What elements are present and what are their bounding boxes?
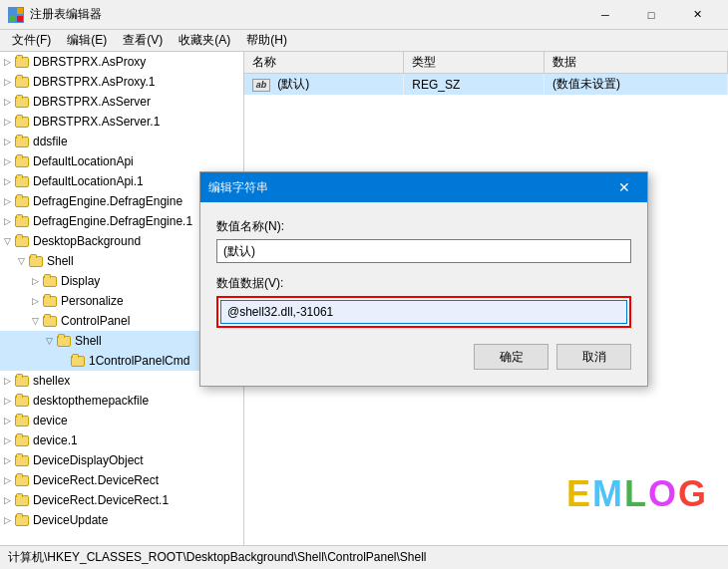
dialog-body: 数值名称(N): 数值数据(V): 确定 取消	[200, 202, 647, 386]
expand-icon: ▷	[0, 414, 14, 427]
tree-item-deviceupdate[interactable]: ▷ DeviceUpdate	[0, 510, 243, 530]
cell-name: ab (默认)	[244, 74, 404, 96]
expand-icon: ▽	[28, 314, 42, 328]
cell-data: (数值未设置)	[545, 74, 728, 96]
folder-icon	[14, 115, 30, 129]
expand-icon: ▷	[0, 194, 14, 208]
menu-help[interactable]: 帮助(H)	[238, 30, 295, 51]
tree-item-defaultlocationapi[interactable]: ▷ DefaultLocationApi	[0, 151, 243, 171]
menu-bar: 文件(F) 编辑(E) 查看(V) 收藏夹(A) 帮助(H)	[0, 30, 728, 52]
tree-item-dbrstprx-asproxy[interactable]: ▷ DBRSTPRX.AsProxy	[0, 52, 243, 72]
title-bar: 注册表编辑器 ─ □ ✕	[0, 0, 728, 30]
main-content: ▷ DBRSTPRX.AsProxy ▷ DBRSTPRX.AsProxy.1 …	[0, 52, 728, 545]
maximize-button[interactable]: □	[628, 0, 674, 30]
tree-item-devicerect[interactable]: ▷ DeviceRect.DeviceRect	[0, 470, 243, 490]
tree-item-devicedisplayobject[interactable]: ▷ DeviceDisplayObject	[0, 450, 243, 470]
name-label: 数值名称(N):	[216, 218, 631, 235]
folder-icon	[14, 194, 30, 208]
tree-item-desktopthemepackfile[interactable]: ▷ desktopthemepackfile	[0, 391, 243, 411]
expand-icon: ▷	[0, 115, 14, 129]
cell-type: REG_SZ	[404, 74, 545, 96]
menu-file[interactable]: 文件(F)	[4, 30, 59, 51]
emlog-o: O	[648, 473, 678, 514]
tree-item-devicerect1[interactable]: ▷ DeviceRect.DeviceRect.1	[0, 490, 243, 510]
app-icon	[8, 7, 24, 23]
svg-rect-0	[9, 8, 15, 14]
expand-icon: ▽	[42, 334, 56, 348]
folder-icon	[14, 55, 30, 69]
cancel-button[interactable]: 取消	[556, 344, 631, 370]
expand-icon: ▽	[0, 234, 14, 248]
tree-item-dbrstprx-asproxy1[interactable]: ▷ DBRSTPRX.AsProxy.1	[0, 72, 243, 92]
value-input-wrapper	[216, 296, 631, 328]
menu-edit[interactable]: 编辑(E)	[59, 30, 115, 51]
svg-rect-2	[9, 16, 15, 22]
name-input[interactable]	[216, 239, 631, 263]
expand-icon: ▷	[0, 433, 14, 447]
folder-icon	[14, 214, 30, 228]
tree-item-device[interactable]: ▷ device	[0, 411, 243, 430]
expand-icon: ▷	[0, 174, 14, 188]
expand-icon: ▷	[0, 513, 14, 527]
col-name: 名称	[244, 52, 404, 74]
table-row[interactable]: ab (默认) REG_SZ (数值未设置)	[244, 74, 728, 96]
folder-icon	[14, 95, 30, 109]
emlog-m: M	[592, 473, 624, 514]
tree-item-dbrstprx-asserver[interactable]: ▷ DBRSTPRX.AsServer	[0, 92, 243, 112]
col-data: 数据	[545, 52, 728, 74]
expand-icon: ▷	[0, 473, 14, 487]
svg-rect-3	[17, 16, 23, 22]
dialog-buttons: 确定 取消	[216, 344, 631, 370]
menu-view[interactable]: 查看(V)	[115, 30, 171, 51]
status-bar: 计算机\HKEY_CLASSES_ROOT\DesktopBackground\…	[0, 545, 728, 569]
expand-icon: ▷	[0, 493, 14, 507]
expand-icon: ▷	[0, 374, 14, 388]
folder-icon	[14, 154, 30, 168]
expand-icon: ▷	[28, 274, 42, 288]
expand-icon: ▷	[0, 394, 14, 408]
folder-icon	[14, 433, 30, 447]
folder-icon	[14, 453, 30, 467]
tree-item-dbrstprx-asserver1[interactable]: ▷ DBRSTPRX.AsServer.1	[0, 112, 243, 132]
folder-icon	[14, 75, 30, 89]
emlog-e: E	[566, 473, 592, 514]
expand-icon: ▷	[28, 294, 42, 308]
tree-item-device1[interactable]: ▷ device.1	[0, 430, 243, 450]
expand-icon: ▷	[0, 135, 14, 148]
data-label: 数值数据(V):	[216, 275, 631, 292]
folder-icon	[14, 414, 30, 427]
folder-icon	[56, 334, 72, 348]
folder-icon	[14, 374, 30, 388]
value-input[interactable]	[220, 300, 627, 324]
menu-favorites[interactable]: 收藏夹(A)	[171, 30, 238, 51]
edit-string-dialog: 编辑字符串 ✕ 数值名称(N): 数值数据(V): 确定 取消	[199, 171, 648, 387]
folder-icon	[14, 135, 30, 148]
folder-icon	[14, 493, 30, 507]
status-path: 计算机\HKEY_CLASSES_ROOT\DesktopBackground\…	[8, 549, 427, 566]
emlog-watermark: EMLOG	[566, 473, 708, 515]
expand-icon: ▷	[0, 55, 14, 69]
expand-icon: ▷	[0, 154, 14, 168]
window-title: 注册表编辑器	[30, 6, 582, 23]
ab-icon: ab	[252, 79, 270, 92]
svg-rect-1	[17, 8, 23, 14]
emlog-g: G	[678, 473, 708, 514]
dialog-close-button[interactable]: ✕	[609, 172, 639, 202]
folder-icon	[14, 473, 30, 487]
expand-icon: ▽	[14, 254, 28, 268]
minimize-button[interactable]: ─	[582, 0, 628, 30]
window-controls: ─ □ ✕	[582, 0, 720, 30]
folder-icon	[42, 274, 58, 288]
folder-icon	[14, 394, 30, 408]
folder-icon	[42, 314, 58, 328]
folder-icon	[14, 234, 30, 248]
folder-icon	[70, 354, 86, 368]
expand-icon: ▷	[0, 95, 14, 109]
ok-button[interactable]: 确定	[474, 344, 548, 370]
close-button[interactable]: ✕	[674, 0, 720, 30]
col-type: 类型	[404, 52, 545, 74]
emlog-l: L	[624, 473, 648, 514]
tree-item-ddsfile[interactable]: ▷ ddsfile	[0, 132, 243, 151]
expand-icon: ▷	[0, 214, 14, 228]
expand-icon: ▷	[0, 75, 14, 89]
